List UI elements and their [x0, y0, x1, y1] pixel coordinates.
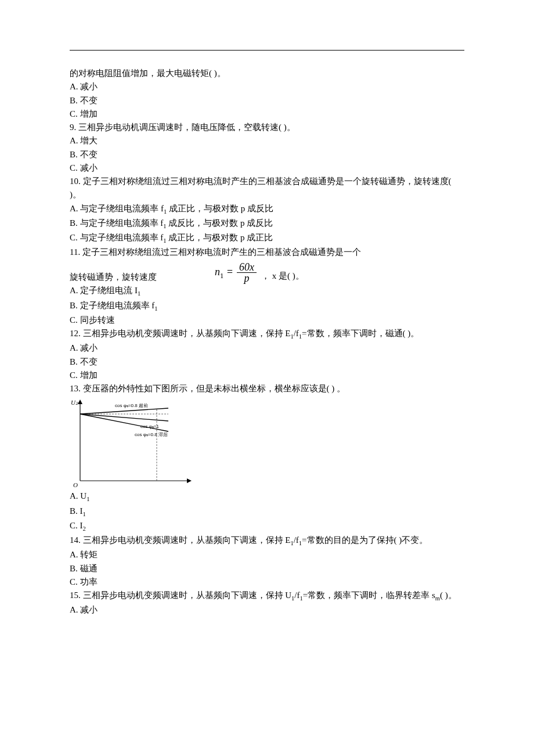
q10-b-post: 成反比，与极对数 p 成反比 — [167, 218, 273, 228]
q8-option-a: A. 减小 — [70, 80, 464, 93]
q13-option-b: B. I1 — [70, 505, 464, 519]
q15-mid: /f — [294, 591, 300, 600]
page: 的对称电阻阻值增加，最大电磁转矩( )。 A. 减小 B. 不变 C. 增加 9… — [0, 0, 534, 756]
q14-pre: 14. 三相异步电动机变频调速时，从基频向下调速，保持 E — [70, 535, 290, 545]
q13-c-pre: C. I — [70, 521, 83, 530]
q11-formula-row: 旋转磁通势，旋转速度 n1 = 60x p ， x 是( )。 — [70, 260, 464, 285]
q15-end: ( )。 — [440, 591, 457, 600]
q11-option-b: B. 定子绕组电流频率 f1 — [70, 299, 464, 314]
q11-a-pre: A. 定子绕组电流 I — [70, 286, 138, 295]
q13-option-a: A. U1 — [70, 489, 464, 504]
q11-a-sub: 1 — [138, 290, 140, 297]
q11-den: p — [241, 273, 251, 284]
q15-sub3: m — [435, 595, 440, 602]
q14-stem: 14. 三相异步电动机变频调速时，从基频向下调速，保持 E1/f1=常数的目的是… — [70, 534, 464, 548]
svg-line-7 — [80, 414, 168, 421]
q13-c-sub: 2 — [83, 525, 86, 532]
q11-eq: = — [223, 266, 233, 278]
svg-marker-1 — [78, 399, 82, 404]
q13-stem: 13. 变压器的外特性如下图所示，但是未标出横坐标，横坐标应该是( ) 。 — [70, 382, 464, 395]
q13-series2-label: cos φ₂=1 — [140, 424, 160, 429]
q11-b-pre: B. 定子绕组电流频率 f — [70, 301, 154, 310]
q10-stem: 10. 定子三相对称绕组流过三相对称电流时产生的三相基波合成磁通势是一个旋转磁通… — [70, 175, 464, 202]
q10-a-post: 成正比，与极对数 p 成反比 — [167, 204, 273, 213]
svg-marker-3 — [187, 478, 192, 483]
q11-formula: n1 = 60x p — [215, 262, 257, 285]
q12-post: =常数，频率下调时，磁通( )。 — [302, 329, 419, 338]
q14-mid: /f — [294, 535, 299, 545]
q14-option-a: A. 转矩 — [70, 548, 464, 561]
q11-stem: 11. 定子三相对称绕组流过三相对称电流时产生的三相基波合成磁通势是一个 — [70, 246, 464, 259]
q9-option-c: C. 减小 — [70, 161, 464, 175]
q10-option-b: B. 与定子绕组电流频率 f1 成反比，与极对数 p 成反比 — [70, 217, 464, 231]
q8-cont: 的对称电阻阻值增加，最大电磁转矩( )。 — [70, 67, 464, 80]
q13-option-c: C. I2 — [70, 519, 464, 534]
q15-post: =常数，频率下调时，临界转差率 s — [303, 591, 435, 600]
q13-origin-label: O — [73, 481, 78, 488]
q9-option-a: A. 增大 — [70, 134, 464, 147]
q11-lead: 旋转磁通势，旋转速度 — [70, 271, 157, 284]
q12-option-a: A. 减小 — [70, 341, 464, 355]
q10-b-pre: B. 与定子绕组电流频率 f — [70, 218, 163, 228]
q13-series3-label: cos φ₂=0.8 滞后 — [135, 432, 168, 437]
q13-b-sub: 1 — [83, 511, 86, 517]
q11-num: 60x — [237, 262, 257, 273]
q9-stem: 9. 三相异步电动机调压调速时，随电压降低，空载转速( )。 — [70, 121, 464, 134]
q9-option-b: B. 不变 — [70, 148, 464, 161]
q12-option-c: C. 增加 — [70, 369, 464, 382]
top-rule — [70, 50, 464, 51]
q11-tail: ， x 是( )。 — [257, 269, 304, 284]
svg-line-6 — [80, 408, 168, 414]
q10-option-c: C. 与定子绕组电流频率 f1 成正比，与极对数 p 成正比 — [70, 231, 464, 246]
q13-yaxis-label: U₂ — [71, 399, 78, 406]
q13-a-pre: A. U — [70, 491, 86, 501]
q14-option-b: B. 磁通 — [70, 562, 464, 575]
q12-pre: 12. 三相异步电动机变频调速时，从基频向下调速，保持 E — [70, 329, 290, 338]
q12-option-b: B. 不变 — [70, 355, 464, 369]
q10-option-a: A. 与定子绕组电流频率 f1 成正比，与极对数 p 成反比 — [70, 202, 464, 217]
q15-pre: 15. 三相异步电动机变频调速时，从基频向下调速，保持 U — [70, 591, 291, 600]
q11-b-sub: 1 — [154, 305, 157, 312]
q13-a-sub: 1 — [86, 496, 89, 502]
q10-c-post: 成正比，与极对数 p 成正比 — [167, 233, 273, 242]
q15-stem: 15. 三相异步电动机变频调速时，从基频向下调速，保持 U1/f1=常数，频率下… — [70, 589, 464, 603]
q11-option-a: A. 定子绕组电流 I1 — [70, 284, 464, 298]
q15-option-a: A. 减小 — [70, 603, 464, 617]
q10-c-pre: C. 与定子绕组电流频率 f — [70, 233, 163, 242]
q11-option-c: C. 同步转速 — [70, 314, 464, 327]
q13-b-pre: B. I — [70, 506, 83, 516]
q14-post: =常数的目的是为了保持( )不变。 — [302, 535, 428, 545]
q11-lhs: n — [215, 266, 220, 278]
q13-chart: U₂ O cos φ₂=0.8 超前 cos φ₂=1 cos φ₂=0.8 滞… — [70, 397, 464, 489]
q13-series1-label: cos φ₂=0.8 超前 — [115, 403, 148, 408]
q8-option-b: B. 不变 — [70, 94, 464, 107]
q14-option-c: C. 功率 — [70, 575, 464, 589]
q8-option-c: C. 增加 — [70, 107, 464, 121]
q12-mid: /f — [294, 329, 299, 338]
q10-a-pre: A. 与定子绕组电流频率 f — [70, 204, 164, 213]
q12-stem: 12. 三相异步电动机变频调速时，从基频向下调速，保持 E1/f1=常数，频率下… — [70, 327, 464, 341]
